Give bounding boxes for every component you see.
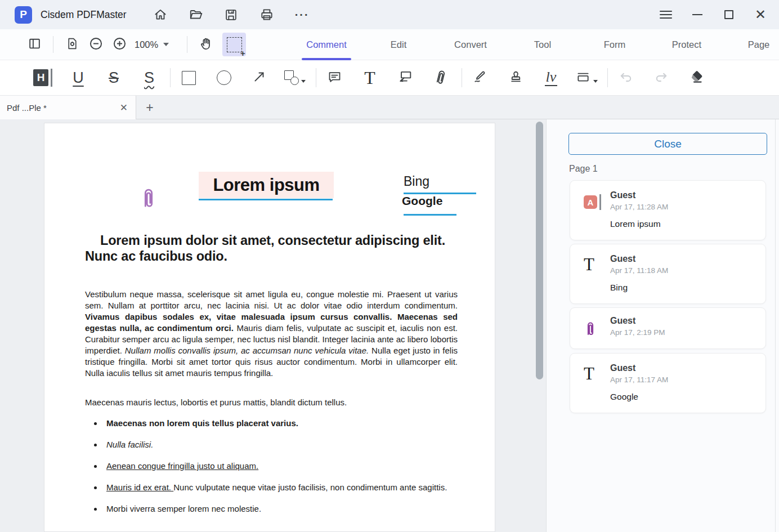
stamp-icon [508, 69, 523, 87]
comment-text: Bing [610, 283, 628, 293]
comment-text: Lorem ipsum [610, 219, 661, 229]
arrow-tool-button[interactable] [247, 65, 272, 91]
content-area: Lorem ipsum Bing Google Lorem ipsum dolo… [0, 119, 779, 532]
divider [170, 68, 171, 87]
maximize-button[interactable] [716, 3, 742, 26]
page-settings-button[interactable] [60, 33, 84, 56]
rectangle-icon [182, 71, 196, 85]
document-bullet-list: Maecenas non lorem quis tellus placerat … [103, 417, 458, 524]
zoom-in-icon [112, 36, 127, 53]
shapes-menu-button[interactable] [283, 65, 307, 91]
eraser-button[interactable] [684, 65, 709, 91]
comment-text: Google [610, 392, 638, 402]
comment-card-attachment[interactable]: Guest Apr 17, 2:19 PM [570, 307, 766, 349]
tab-form[interactable]: Form [579, 29, 651, 60]
attach-file-tool-button[interactable] [428, 65, 453, 91]
undo-icon [618, 69, 634, 87]
tab-comment[interactable]: Comment [290, 29, 362, 60]
redo-button[interactable] [649, 65, 674, 91]
text-comment-tool-button[interactable]: T [357, 65, 382, 91]
document-tab-close-icon[interactable]: ✕ [120, 102, 128, 114]
close-panel-button[interactable]: Close [568, 133, 767, 155]
underline-icon: U [73, 70, 84, 86]
stamp-tool-button[interactable] [503, 65, 528, 91]
document-tab-strip: Pdf ...Ple * ✕ + [0, 96, 779, 119]
undo-button[interactable] [614, 65, 638, 91]
strikethrough-tool-button[interactable]: S [101, 65, 126, 91]
attachment-annotation[interactable] [139, 181, 158, 217]
vertical-scrollbar[interactable] [536, 122, 543, 379]
select-tool-button[interactable] [222, 33, 246, 56]
comment-timestamp: Apr 17, 11:18 AM [610, 266, 668, 275]
underline-tool-button[interactable]: U [66, 65, 91, 91]
pdf-page[interactable]: Lorem ipsum Bing Google Lorem ipsum dolo… [44, 123, 495, 532]
google-text[interactable]: Google [402, 194, 442, 208]
zoom-level-value: 100% [135, 39, 158, 50]
tab-tool[interactable]: Tool [507, 29, 579, 60]
sticky-note-tool-button[interactable] [322, 65, 347, 91]
print-button[interactable] [254, 3, 280, 26]
tab-protect[interactable]: Protect [651, 29, 723, 60]
divider [187, 36, 187, 53]
google-underline-annotation [404, 214, 456, 216]
close-window-button[interactable]: ✕ [747, 3, 773, 26]
bullet-item: Aenean congue fringilla justo ut aliquam… [103, 460, 458, 472]
paperclip-icon [433, 68, 449, 87]
window-controls: ✕ [647, 3, 773, 26]
ribbon-tabs: Comment Edit Convert Tool Form Protect P… [290, 29, 779, 60]
document-heading: Lorem ipsum dolor sit amet, consectetur … [85, 233, 458, 264]
zoom-out-button[interactable] [84, 33, 108, 56]
tab-convert[interactable]: Convert [435, 29, 507, 60]
page-label: Page 1 [569, 164, 598, 174]
toggle-sidebar-button[interactable] [23, 33, 46, 56]
open-file-button[interactable] [183, 3, 209, 26]
circle-icon [217, 70, 231, 85]
tab-page[interactable]: Page [723, 29, 779, 60]
caret-down-icon [301, 80, 306, 83]
new-tab-button[interactable]: + [140, 96, 160, 119]
comment-card-text-bing[interactable]: T Guest Apr 17, 11:18 AM Bing [570, 244, 766, 304]
signature-tool-button[interactable]: lv [539, 65, 563, 91]
text-icon: T [584, 365, 606, 382]
minimize-button[interactable] [684, 3, 710, 26]
hand-tool-button[interactable] [194, 33, 218, 56]
comment-bubble-icon [327, 69, 342, 87]
minimize-icon [692, 14, 702, 15]
document-tab-label: Pdf ...Ple * [7, 103, 120, 113]
squiggly-tool-button[interactable]: S [137, 65, 162, 91]
maximize-icon [724, 10, 733, 19]
save-button[interactable] [218, 3, 244, 26]
app-logo-icon: P [15, 6, 32, 24]
bing-text[interactable]: Bing [404, 174, 429, 189]
ellipse-tool-button[interactable] [212, 65, 236, 91]
pencil-tool-button[interactable] [468, 65, 493, 91]
document-paragraph-1: Vestibulum neque massa, scelerisque sit … [85, 289, 458, 379]
area-highlight-menu-button[interactable] [574, 65, 599, 91]
right-edge-border [775, 119, 776, 532]
save-icon [224, 8, 238, 22]
zoom-in-button[interactable] [108, 33, 131, 56]
area-highlight-icon [575, 69, 591, 86]
more-options-button[interactable]: ··· [289, 3, 315, 26]
rectangle-tool-button[interactable] [176, 65, 201, 91]
strikethrough-icon: S [109, 70, 119, 86]
redo-icon [653, 69, 669, 87]
more-icon: ··· [295, 8, 310, 21]
home-button[interactable] [147, 3, 173, 26]
zoom-level-dropdown[interactable]: 100% [135, 39, 169, 50]
document-tab[interactable]: Pdf ...Ple * ✕ [0, 96, 136, 119]
bullet-item: Nulla facilisi. [103, 439, 458, 450]
app-menu-button[interactable] [653, 3, 679, 26]
highlight-tool-button[interactable]: H [30, 65, 55, 91]
divider [607, 68, 608, 87]
comment-card-text-google[interactable]: T Guest Apr 17, 11:17 AM Google [570, 353, 766, 413]
callout-tool-button[interactable] [393, 65, 418, 91]
app-title: Cisdem PDFMaster [41, 9, 127, 21]
comment-card-highlight[interactable]: A Guest Apr 17, 11:28 AM Lorem ipsum [570, 180, 766, 240]
chevron-down-icon [163, 43, 169, 46]
plus-icon: + [146, 100, 153, 115]
paperclip-icon [139, 181, 158, 215]
comment-author: Guest [610, 254, 635, 264]
document-title-highlighted[interactable]: Lorem ipsum [199, 172, 334, 198]
tab-edit[interactable]: Edit [362, 29, 435, 60]
